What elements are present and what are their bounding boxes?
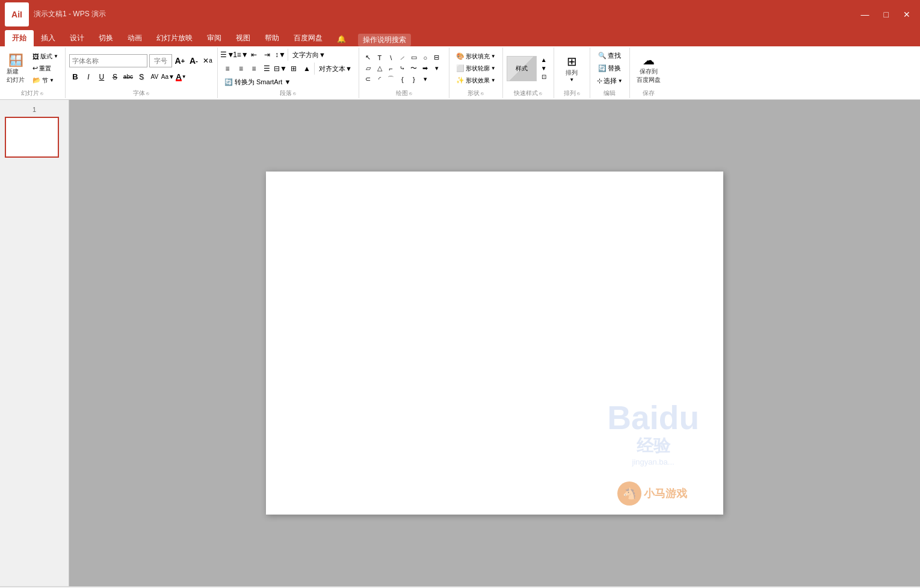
edit-top: 🔍 查找 🔄 替换 ⊹ 选择 ▼ <box>594 49 626 88</box>
shape-line2[interactable]: ⟋ <box>397 53 408 63</box>
new-slide-button[interactable]: 🪟 新建幻灯片 <box>4 51 28 86</box>
align-right-button[interactable]: ≡ <box>248 63 260 75</box>
style-down-button[interactable]: ▼ <box>538 64 550 73</box>
shape-brace[interactable]: { <box>397 75 408 84</box>
decrease-indent-button[interactable]: ⇤ <box>248 49 260 61</box>
font-size-input[interactable] <box>149 54 172 67</box>
abc-button[interactable]: abc <box>122 71 134 83</box>
underline-button[interactable]: U <box>96 71 108 83</box>
shape-more2[interactable]: ▾ <box>431 64 442 73</box>
style-up-button[interactable]: ▲ <box>538 56 550 64</box>
shape-wave[interactable]: 〜 <box>409 64 419 73</box>
save-to-baidu-button[interactable]: ☁ 保存到百度网盘 <box>634 51 664 86</box>
numbering-button[interactable]: 1≡▼ <box>235 49 247 61</box>
bullets-button[interactable]: ☰▼ <box>221 49 233 61</box>
tab-baidu-pan[interactable]: 百度网盘 <box>286 30 330 46</box>
shape-down[interactable]: ▾ <box>420 75 431 84</box>
operation-search[interactable]: 操作说明搜索 <box>358 34 411 46</box>
arrange-group-label[interactable]: 形状 ⎋ <box>453 88 499 98</box>
align-center-button[interactable]: ≡ <box>235 63 247 75</box>
shape-line[interactable]: \ <box>386 53 397 63</box>
shape-more[interactable]: ⊟ <box>431 53 442 63</box>
shape-corner[interactable]: ⌐ <box>386 64 397 73</box>
shape-outline-button[interactable]: ⬜ 形状轮廓 ▼ <box>453 63 499 74</box>
font-shrink-button[interactable]: A- <box>188 55 200 67</box>
align-text-button[interactable]: 对齐文本▼ <box>316 63 355 75</box>
slide-sub-buttons: 🖼 版式 ▼ ↩ 重置 📂 节 ▼ <box>29 51 61 86</box>
spacing-button[interactable]: AV <box>149 71 161 83</box>
main-area: 1 Baidu 经验 jingyan.ba... 🐴 小马游戏 <box>0 100 920 586</box>
justify-button[interactable]: ☰ <box>261 63 273 75</box>
tab-animation[interactable]: 动画 <box>120 30 149 46</box>
quickstyles-group-label[interactable]: 快速样式 ⎋ <box>507 88 550 98</box>
minimize-button[interactable]: — <box>856 7 874 22</box>
shape-arc[interactable]: ◜ <box>374 75 385 84</box>
tab-view[interactable]: 视图 <box>229 30 258 46</box>
shape-text[interactable]: T <box>374 53 385 63</box>
shape-rect2[interactable]: ▱ <box>363 64 374 73</box>
tab-insert[interactable]: 插入 <box>34 30 63 46</box>
arrange2-group-label[interactable]: 排列 ⎋ <box>558 88 586 98</box>
find-button[interactable]: 🔍 查找 <box>595 50 624 61</box>
slide-group-label[interactable]: 幻灯片 ⎋ <box>4 88 61 98</box>
shape-arrow[interactable]: ⤷ <box>397 64 408 73</box>
shape-tri[interactable]: △ <box>374 64 385 73</box>
line-spacing-button[interactable]: ↕▼ <box>274 49 286 61</box>
strike-button[interactable]: S <box>109 71 121 83</box>
edit-group-label[interactable]: 编辑 <box>594 88 626 98</box>
replace-button[interactable]: 🔄 替换 <box>595 63 624 74</box>
clear-format-button[interactable]: ✕a <box>202 55 214 67</box>
drawing-controls: ↖ T \ ⟋ ▭ ○ ⊟ ▱ △ ⌐ ⤷ 〜 ➡ ▾ ⊂ ◜ ⌒ { <box>363 49 445 88</box>
shape-freeform[interactable]: ⊂ <box>363 75 374 84</box>
quick-style-preview[interactable]: 样式 <box>507 56 537 81</box>
increase-indent-button[interactable]: ⇥ <box>261 49 273 61</box>
shape-fill-button[interactable]: 🎨 形状填充 ▼ <box>453 51 499 62</box>
shape-brace2[interactable]: } <box>409 75 419 84</box>
align-left-button[interactable]: ≡ <box>221 63 233 75</box>
shape-effect-button[interactable]: ✨ 形状效果 ▼ <box>453 75 499 86</box>
tab-home[interactable]: 开始 <box>5 30 34 46</box>
drawing-group-label[interactable]: 绘图 ⎋ <box>363 88 445 98</box>
tab-slideshow[interactable]: 幻灯片放映 <box>149 30 200 46</box>
convert-smartart-button[interactable]: 🔄 转换为 SmartArt ▼ <box>221 76 294 88</box>
text-direction-button[interactable]: 文字方向▼ <box>289 49 329 61</box>
font-name-input[interactable] <box>69 54 147 67</box>
slide-canvas[interactable]: Baidu 经验 jingyan.ba... 🐴 小马游戏 <box>266 172 723 515</box>
shape-curve[interactable]: ⌒ <box>386 75 397 84</box>
font-group-label[interactable]: 字体 ⎋ <box>69 88 214 98</box>
paragraph-group-label[interactable]: 段落 ⎋ <box>221 88 355 98</box>
layout-button[interactable]: 🖼 版式 ▼ <box>29 51 61 62</box>
bold-button[interactable]: B <box>69 71 81 83</box>
tab-transition[interactable]: 切换 <box>91 30 120 46</box>
section-button[interactable]: 📂 节 ▼ <box>29 75 61 86</box>
font-grow-button[interactable]: A+ <box>174 55 186 67</box>
shape-circle[interactable]: ○ <box>420 53 431 63</box>
save-group-label[interactable]: 保存 <box>634 88 664 98</box>
shadow-button[interactable]: S <box>135 71 147 83</box>
style-more-button[interactable]: ⊡ <box>538 73 550 81</box>
tab-review[interactable]: 审阅 <box>200 30 229 46</box>
tab-help[interactable]: 帮助 <box>258 30 286 46</box>
shape-cursor[interactable]: ↖ <box>363 53 374 63</box>
quickstyles-top: 样式 ▲ ▼ ⊡ <box>507 49 550 88</box>
tab-design[interactable]: 设计 <box>63 30 91 46</box>
title-bar-controls: — □ ✕ <box>856 7 915 22</box>
ribbon-group-paragraph: ☰▼ 1≡▼ ⇤ ⇥ ↕▼ 文字方向▼ ≡ ≡ ≡ ☰ ⊟▼ ⊞ ▲ 对齐文本▼… <box>218 48 359 98</box>
shape-arrow2[interactable]: ➡ <box>420 64 431 73</box>
case-button[interactable]: Aa▼ <box>162 71 174 83</box>
select-button[interactable]: ⊹ 选择 ▼ <box>594 75 626 87</box>
tab-bell[interactable]: 🔔 <box>330 32 353 46</box>
arrange2-top: ⊞ 排列 ▼ <box>558 49 586 88</box>
border-button[interactable]: ⊞ <box>288 63 300 75</box>
highlight-button[interactable]: ▲ <box>301 63 313 75</box>
close-button[interactable]: ✕ <box>898 7 915 22</box>
shape-rect[interactable]: ▭ <box>409 53 419 63</box>
slide-panel: 1 <box>0 100 69 586</box>
column-button[interactable]: ⊟▼ <box>274 63 286 75</box>
maximize-button[interactable]: □ <box>879 7 894 22</box>
arrange-button[interactable]: ⊞ 排列 ▼ <box>562 52 581 84</box>
italic-button[interactable]: I <box>82 71 94 83</box>
slide-thumbnail-1[interactable] <box>5 117 59 158</box>
reset-button[interactable]: ↩ 重置 <box>29 63 61 74</box>
font-color-button[interactable]: A ▼ <box>175 71 187 83</box>
